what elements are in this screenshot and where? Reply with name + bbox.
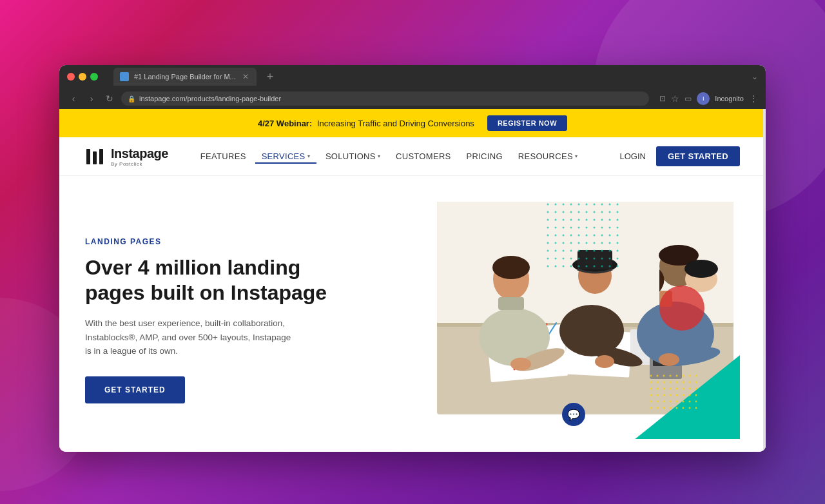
logo-icon [85,146,106,167]
svg-rect-1 [93,151,97,164]
tab-title: #1 Landing Page Builder for M... [134,73,236,81]
svg-rect-0 [86,149,90,164]
chat-icon: 💬 [567,409,580,421]
more-menu-button[interactable]: ⌄ [752,72,758,81]
banner-text: 4/27 Webinar: Increasing Traffic and Dri… [258,119,474,128]
nav-get-started-button[interactable]: GET STARTED [656,146,740,166]
hero-description: With the best user experience, built-in … [85,316,291,358]
svg-rect-2 [99,149,103,164]
tab-favicon [120,72,129,81]
refresh-button[interactable]: ↻ [103,92,116,105]
banner-register-button[interactable]: REGISTER NOW [487,115,567,131]
sidebar-icon[interactable]: ▭ [684,94,692,103]
svg-rect-18 [498,297,524,310]
logo[interactable]: Instapage By Postclick [85,146,168,167]
hero-section: LANDING PAGES Over 4 million landing pag… [59,176,766,452]
browser-navbar: ‹ › ↻ 🔒 instapage.com/products/landing-p… [59,88,766,109]
solutions-arrow-icon: ▾ [378,153,380,159]
dot-pattern-decoration [547,202,624,273]
logo-tagline: By Postclick [111,161,168,167]
nav-services[interactable]: SERVICES ▾ [255,149,316,164]
svg-point-35 [659,353,679,366]
chat-bubble-button[interactable]: 💬 [562,403,585,426]
nav-links: FEATURES SERVICES ▾ SOLUTIONS ▾ CUSTOMER… [194,149,620,164]
svg-rect-37 [650,374,701,413]
logo-name: Instapage [111,146,168,161]
address-bar[interactable]: 🔒 instapage.com/products/landing-page-bu… [121,92,649,106]
bookmark-icon[interactable]: ☆ [671,93,679,104]
nav-solutions[interactable]: SOLUTIONS ▾ [319,149,387,164]
browser-nav-actions: ⊡ ☆ ▭ I Incognito ⋮ [659,92,758,105]
banner-description: Increasing Traffic and Driving Conversio… [317,119,474,128]
browser-tab[interactable]: #1 Landing Page Builder for M... ✕ [113,68,257,86]
close-button[interactable] [67,73,75,81]
services-arrow-icon: ▾ [307,153,310,159]
promo-banner: 4/27 Webinar: Increasing Traffic and Dri… [59,109,766,137]
scrollbar[interactable] [763,109,766,452]
svg-point-28 [684,260,718,278]
banner-date: 4/27 Webinar: [258,119,312,128]
svg-point-34 [595,355,614,368]
yellow-dots-decoration [650,374,701,413]
url-text: instapage.com/products/landing-page-buil… [139,95,281,102]
browser-titlebar: #1 Landing Page Builder for M... ✕ + ⌄ [59,65,766,88]
svg-point-17 [492,256,530,279]
hero-title: Over 4 million landing pages built on In… [85,255,356,305]
website-content: 4/27 Webinar: Increasing Traffic and Dri… [59,109,766,452]
minimize-button[interactable] [79,73,86,81]
nav-login-link[interactable]: LOGIN [619,151,645,161]
hero-label: LANDING PAGES [85,237,356,246]
logo-text: Instapage By Postclick [111,146,168,167]
incognito-label: Incognito [715,95,744,102]
nav-right-actions: LOGIN GET STARTED [619,146,740,166]
secure-icon: 🔒 [128,95,135,102]
nav-resources[interactable]: RESOURCES ▾ [512,149,584,164]
cast-icon[interactable]: ⊡ [659,94,666,103]
back-button[interactable]: ‹ [67,92,80,105]
hero-content: LANDING PAGES Over 4 million landing pag… [85,237,356,403]
resources-arrow-icon: ▾ [575,153,578,159]
browser-chrome: #1 Landing Page Builder for M... ✕ + ⌄ ‹… [59,65,766,109]
svg-point-29 [659,286,704,331]
nav-customers[interactable]: CUSTOMERS [389,149,458,164]
more-options-icon[interactable]: ⋮ [749,93,758,104]
forward-button[interactable]: › [85,92,98,105]
tab-close-button[interactable]: ✕ [241,72,250,81]
nav-features[interactable]: FEATURES [194,149,253,164]
profile-icon[interactable]: I [697,92,710,105]
svg-rect-4 [547,202,624,273]
traffic-lights [67,73,98,81]
nav-pricing[interactable]: PRICING [460,149,509,164]
site-navigation: Instapage By Postclick FEATURES SERVICES… [59,137,766,176]
hero-image: 💬 [356,202,740,439]
hero-get-started-button[interactable]: GET STARTED [85,376,185,403]
new-tab-button[interactable]: + [267,70,274,84]
svg-point-33 [510,358,531,371]
browser-window: #1 Landing Page Builder for M... ✕ + ⌄ ‹… [59,65,766,452]
maximize-button[interactable] [90,73,98,81]
